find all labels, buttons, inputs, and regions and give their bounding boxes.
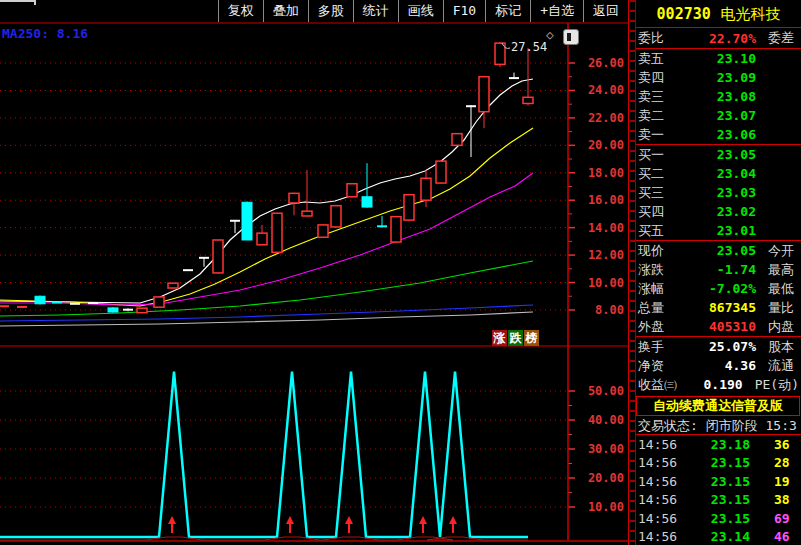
buy-row-4-price: 23.02 [696, 204, 756, 219]
buy-row-1[interactable]: 买一23.05 [636, 145, 801, 164]
tick-row-3: 14:5623.1538 [636, 491, 801, 510]
toolbar-button-8[interactable]: 返回 [583, 0, 628, 22]
info-row-3-right-label: 量比 [768, 299, 794, 317]
tick-row-5: 14:5623.1446 [636, 528, 801, 545]
axis-label: 50.00 [588, 384, 624, 398]
ma-white [0, 79, 533, 303]
toolbar-button-0[interactable]: 复权 [218, 0, 263, 22]
fin-row-2: 收益㈢0.190PE(动) [636, 375, 801, 394]
candle-up [318, 225, 328, 237]
rank-badge-up[interactable]: 涨 [492, 330, 507, 346]
toolbar-button-4[interactable]: 画线 [398, 0, 443, 22]
rank-badge-board[interactable]: 榜 [524, 330, 539, 346]
axis-label: 20.00 [588, 471, 624, 485]
diamond-marker-icon[interactable]: ◇ [546, 28, 554, 42]
tick-time: 14:56 [638, 437, 688, 452]
info-row-0: 现价23.05今开 [636, 241, 801, 260]
info-row-3-label: 总量 [638, 299, 696, 317]
fin-row-1: 净资4.36流通 [636, 356, 801, 375]
quote-info-section: 现价23.05今开涨跌-1.74最高涨幅-7.02%最低总量867345量比外盘… [636, 241, 801, 337]
tick-volume: 36 [774, 437, 790, 452]
candle-up [421, 178, 431, 200]
sell-row-4[interactable]: 卖四23.09 [636, 68, 801, 87]
sell-row-1-label: 卖一 [638, 126, 696, 144]
axis-label: 16.00 [588, 193, 624, 207]
toolbar-button-7[interactable]: +自选 [530, 0, 583, 22]
toolbar-button-3[interactable]: 统计 [353, 0, 398, 22]
candle-down [35, 296, 45, 304]
buy-row-3[interactable]: 买三23.03 [636, 183, 801, 202]
stock-title: 002730 电光科技 [636, 0, 801, 28]
info-row-1-right-label: 最高 [768, 261, 794, 279]
sell-row-5[interactable]: 卖五23.10 [636, 49, 801, 68]
buy-row-5[interactable]: 买五23.01 [636, 221, 801, 240]
axis-label: 40.00 [588, 413, 624, 427]
candle-up [452, 134, 462, 146]
signal-arrow-head-icon [345, 516, 353, 524]
tick-price: 23.15 [688, 492, 750, 507]
weicha-label: 委差 [768, 29, 794, 47]
axis-label: 10.00 [588, 500, 624, 514]
candle-up [347, 184, 357, 197]
info-row-0-label: 现价 [638, 242, 696, 260]
axis-label: 12.00 [588, 248, 624, 262]
buy-row-3-price: 23.03 [696, 185, 756, 200]
axis-label: 30.00 [588, 442, 624, 456]
tick-volume: 28 [774, 455, 790, 470]
top-toolbar: 复权叠加多股统计画线F10标记+自选返回 [0, 0, 628, 22]
tick-row-4: 14:5623.1569 [636, 509, 801, 528]
tick-row-1: 14:5623.1528 [636, 454, 801, 473]
sell-row-3-label: 卖三 [638, 88, 696, 106]
sell-row-2[interactable]: 卖二23.07 [636, 106, 801, 125]
info-row-1-value: -1.74 [696, 262, 756, 277]
indicator-series [0, 372, 528, 537]
info-row-0-value: 23.05 [696, 243, 756, 258]
indicator-baseline-series [0, 537, 528, 540]
tick-time: 14:56 [638, 455, 688, 470]
candle-up [168, 283, 178, 288]
axis-label: 14.00 [588, 221, 624, 235]
trade-status-label: 交易状态: [638, 418, 698, 433]
candle-up [523, 97, 533, 103]
weibi-label: 委比 [638, 29, 696, 47]
candle-up [213, 240, 223, 273]
candle-up [495, 43, 505, 64]
tick-row-2: 14:5623.1519 [636, 472, 801, 491]
ma-gray [0, 312, 533, 326]
info-row-3: 总量867345量比 [636, 298, 801, 317]
sell-row-3[interactable]: 卖三23.08 [636, 87, 801, 106]
tick-list: 14:5623.183614:5623.152814:5623.151914:5… [636, 435, 801, 545]
toolbar-button-2[interactable]: 多股 [308, 0, 353, 22]
rank-badges: 涨跌榜 [492, 330, 539, 346]
info-row-4-right-label: 内盘 [768, 318, 794, 336]
toolbar-button-1[interactable]: 叠加 [263, 0, 308, 22]
axis-label: 24.00 [588, 83, 624, 97]
sell-row-1[interactable]: 卖一23.06 [636, 125, 801, 144]
signal-arrow-head-icon [449, 516, 457, 524]
buy-row-3-label: 买三 [638, 184, 696, 202]
candle-up [257, 233, 267, 245]
weibi-value: 22.70% [696, 31, 756, 46]
signal-arrow-head-icon [286, 516, 294, 524]
buy-row-4[interactable]: 买四23.02 [636, 202, 801, 221]
stock-name: 电光科技 [720, 5, 780, 23]
toolbar-button-5[interactable]: F10 [443, 0, 485, 22]
candle-up [302, 211, 312, 216]
candle-down [242, 202, 252, 240]
ma-blue [0, 305, 533, 321]
rank-badge-down[interactable]: 跌 [508, 330, 523, 346]
toolbar-button-6[interactable]: 标记 [485, 0, 530, 22]
info-row-2-label: 涨幅 [638, 280, 696, 298]
fin-row-2-value: 0.190 [689, 377, 742, 392]
candle-down [108, 308, 118, 312]
renewal-notice-banner[interactable]: 自动续费通达信普及版 [636, 396, 800, 416]
panel-layout-toggle-icon[interactable] [563, 29, 579, 45]
tick-volume: 38 [774, 492, 790, 507]
tdx-app-window: 复权叠加多股统计画线F10标记+自选返回 26.0024.0022.0020.0… [0, 0, 801, 545]
buy-queue: 买一23.05买二23.04买三23.03买四23.02买五23.01 [636, 145, 801, 241]
candle-down [362, 197, 372, 207]
tick-price: 23.15 [688, 511, 750, 526]
fin-row-2-right-label: PE(动) [755, 376, 799, 394]
buy-row-2[interactable]: 买二23.04 [636, 164, 801, 183]
tick-price: 23.15 [688, 474, 750, 489]
